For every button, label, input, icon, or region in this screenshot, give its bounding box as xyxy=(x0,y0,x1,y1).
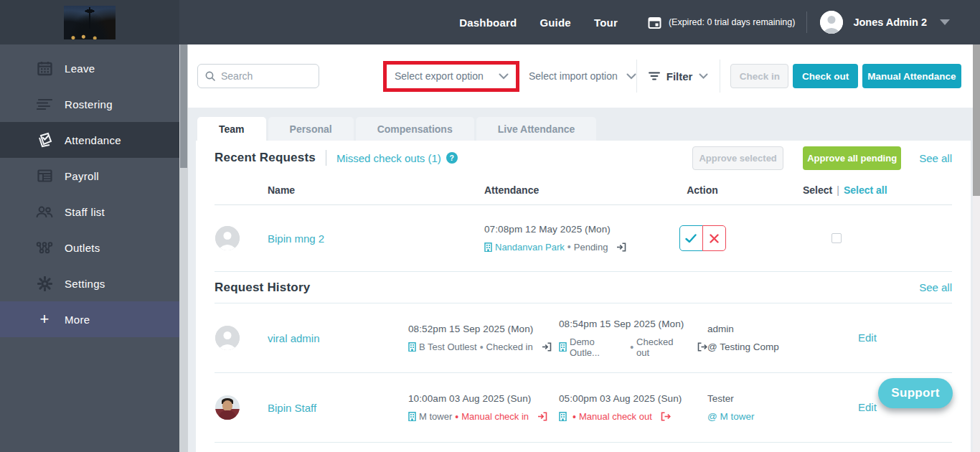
sidebar-item-label: Leave xyxy=(65,62,95,75)
building-icon xyxy=(408,342,416,352)
approve-all-pending-button[interactable]: Approve all pending xyxy=(803,146,901,170)
user-avatar[interactable] xyxy=(820,11,843,34)
check-in-button[interactable]: Check in xyxy=(730,64,788,88)
sidebar-scrollbar-thumb[interactable] xyxy=(180,44,187,168)
column-action: Action xyxy=(666,184,738,196)
building-icon xyxy=(559,342,567,352)
outlet-link[interactable]: B Test Outlest xyxy=(419,342,477,352)
navbar-divider xyxy=(806,11,807,33)
company-logo-photo[interactable] xyxy=(64,6,116,39)
select-label: Select xyxy=(803,184,832,196)
tab-team[interactable]: Team xyxy=(197,117,266,141)
filter-icon xyxy=(649,72,660,80)
sidebar-item-label: Payroll xyxy=(65,170,99,182)
attendance-tabs: Team Personal Compensations Live Attenda… xyxy=(197,117,596,141)
approved-by: admin xyxy=(707,324,840,334)
sidebar-item-staff-list[interactable]: Staff list xyxy=(0,194,179,230)
tab-compensations[interactable]: Compensations xyxy=(356,117,474,141)
check-out-door-icon xyxy=(661,412,671,421)
recent-requests-see-all-link[interactable]: See all xyxy=(919,152,952,164)
sidebar-item-label: More xyxy=(65,314,90,326)
avatar xyxy=(215,395,240,420)
chevron-down-icon[interactable] xyxy=(940,19,950,25)
page-scrollbar-thumb[interactable] xyxy=(973,44,980,196)
recent-requests-column-headers: Name Attendance Action Select|Select all xyxy=(215,175,952,205)
search-box[interactable] xyxy=(197,64,319,88)
status-dot: • xyxy=(630,342,633,353)
approve-selected-button[interactable]: Approve selected xyxy=(692,146,783,170)
sidebar-item-payroll[interactable]: Payroll xyxy=(0,158,179,194)
building-icon xyxy=(484,243,492,252)
edit-link[interactable]: Edit xyxy=(858,401,877,413)
payroll-table-icon xyxy=(36,167,53,184)
import-option-label: Select import option xyxy=(529,70,618,82)
filter-dropdown[interactable]: Filter xyxy=(637,70,720,83)
building-icon xyxy=(559,412,567,421)
sidebar: Leave Rostering Attendance Payroll xyxy=(0,0,179,452)
select-all-link[interactable]: Select all xyxy=(844,184,887,196)
check-out-status: Checked out xyxy=(636,336,689,358)
reject-request-button[interactable] xyxy=(702,225,726,251)
tab-personal[interactable]: Personal xyxy=(268,117,354,141)
sidebar-item-leave[interactable]: Leave xyxy=(0,50,179,86)
sidebar-item-label: Rostering xyxy=(65,98,113,110)
check-in-status: Manual check in xyxy=(461,411,529,422)
page-scrollbar[interactable] xyxy=(973,44,980,452)
status-dot: • xyxy=(573,411,576,423)
approve-request-button[interactable] xyxy=(679,225,703,251)
team-attendance-card: Recent Requests Missed check outs (1) ? … xyxy=(196,141,971,452)
select-pipe: | xyxy=(832,184,844,196)
check-in-status: Checked in xyxy=(486,342,533,352)
manual-attendance-button[interactable]: Manual Attendance xyxy=(862,64,961,88)
help-icon[interactable]: ? xyxy=(446,152,458,164)
outlet-link[interactable]: M tower xyxy=(419,411,452,422)
edit-link[interactable]: Edit xyxy=(858,331,877,344)
sidebar-item-more[interactable]: + More xyxy=(0,301,179,337)
staff-name-link[interactable]: viral admin xyxy=(268,332,320,344)
outlets-network-icon xyxy=(36,239,53,256)
column-select: Select|Select all xyxy=(738,184,952,196)
attendance-time: 07:08pm 12 May 2025 (Mon) xyxy=(484,224,666,235)
chevron-down-icon xyxy=(626,73,636,80)
request-history-header: Request History See all xyxy=(215,272,952,303)
nav-tour-link[interactable]: Tour xyxy=(594,17,618,29)
sidebar-item-label: Outlets xyxy=(65,242,100,254)
row-divider xyxy=(215,442,952,443)
history-row: Bipin Staff 10:00am 03 Aug 2025 (Sun) M … xyxy=(215,373,952,442)
app-window: Dashboard Guide Tour (Expired: 0 trial d… xyxy=(0,0,980,452)
sidebar-item-outlets[interactable]: Outlets xyxy=(0,230,179,265)
status-text: Pending xyxy=(574,242,608,253)
missed-check-outs-link[interactable]: Missed check outs (1) xyxy=(336,152,441,164)
attendance-toolbar: Select export option Select import optio… xyxy=(188,44,980,108)
approved-at-link[interactable]: @ M tower xyxy=(707,411,840,422)
search-input[interactable] xyxy=(221,70,307,82)
check-in-time: 10:00am 03 Aug 2025 (Sun) xyxy=(408,393,559,404)
check-out-button[interactable]: Check out xyxy=(793,64,858,88)
outlet-link[interactable]: Nandanvan Park xyxy=(495,242,565,253)
sidebar-item-attendance[interactable]: Attendance xyxy=(0,122,179,158)
approved-by: Tester xyxy=(707,393,840,404)
staff-name-link[interactable]: Bipin Staff xyxy=(268,402,316,414)
calendar-icon xyxy=(648,16,661,29)
row-select-checkbox[interactable] xyxy=(831,233,842,243)
export-option-label: Select export option xyxy=(395,70,484,82)
sidebar-item-rostering[interactable]: Rostering xyxy=(0,86,179,122)
support-button[interactable]: Support xyxy=(878,378,953,408)
avatar xyxy=(215,226,240,250)
header-divider xyxy=(326,150,326,166)
import-option-select[interactable]: Select import option xyxy=(529,70,636,82)
sidebar-item-settings[interactable]: Settings xyxy=(0,265,179,301)
sidebar-menu: Leave Rostering Attendance Payroll xyxy=(0,44,179,337)
sidebar-scrollbar[interactable] xyxy=(179,44,188,452)
tab-live-attendance[interactable]: Live Attendance xyxy=(476,117,597,141)
request-history-see-all-link[interactable]: See all xyxy=(919,281,952,293)
user-name[interactable]: Jones Admin 2 xyxy=(853,17,927,28)
search-icon xyxy=(205,71,215,81)
action-buttons xyxy=(666,225,738,251)
export-option-select[interactable]: Select export option xyxy=(383,61,519,92)
status-dot: • xyxy=(567,241,571,253)
outlet-link[interactable]: Demo Outle... xyxy=(570,336,627,358)
staff-name-link[interactable]: Bipin mng 2 xyxy=(268,232,324,245)
nav-dashboard-link[interactable]: Dashboard xyxy=(459,17,517,29)
nav-guide-link[interactable]: Guide xyxy=(540,17,571,29)
